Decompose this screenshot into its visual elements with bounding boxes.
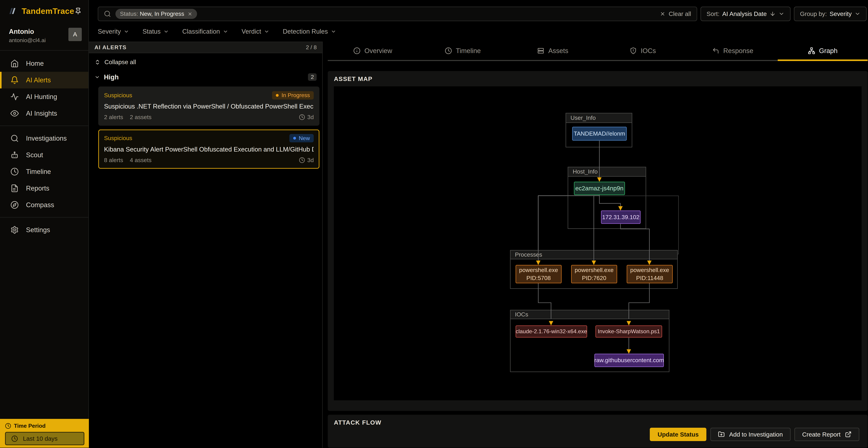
external-link-icon [845,431,851,438]
nav-divider [0,217,88,217]
nav-divider [0,126,88,126]
sort-select[interactable]: Sort: AI Analysis Date [701,7,790,21]
status-dot [276,94,279,97]
filter-verdict[interactable]: Verdict [242,28,270,35]
alerts-panel-title: AI ALERTS [94,44,127,50]
sidebar: TandemTrace Antonio antonio@cl4.ai A Hom… [0,0,89,448]
collapse-all-button[interactable]: Collapse all [89,56,322,68]
brand-name: TandemTrace [22,6,74,16]
filter-status[interactable]: Status [143,28,169,35]
topbar: Status: New, In Progress Clear all Sort:… [98,7,867,21]
add-to-investigation-button[interactable]: Add to Investigation [710,428,790,441]
status-badge: In Progress [272,91,314,100]
status-badge: New [289,134,314,142]
clock-icon [11,435,18,442]
alerts-panel-header: AI ALERTS 2 / 8 [89,42,322,53]
asset-map-panel: ASSET MAP User_Info Host_Info Processes [328,71,868,411]
create-report-button[interactable]: Create Report [795,428,859,441]
graph-node-process-7620[interactable]: powershell.exePID:7620 [571,265,617,283]
alerts-count: 2 / 8 [306,44,317,50]
group-count-badge: 2 [308,73,317,81]
filter-classification[interactable]: Classification [182,28,228,35]
tab-graph[interactable]: Graph [778,42,868,60]
body: AI ALERTS 2 / 8 Collapse all High 2 Susp… [89,42,868,448]
sidebar-item-reports[interactable]: Reports [0,180,88,197]
alert-card[interactable]: Suspicious In Progress Suspicious .NET R… [98,87,319,126]
sidebar-item-ai-hunting[interactable]: AI Hunting [0,89,88,105]
alert-age: 3d [299,157,314,164]
content: Status: New, In Progress Clear all Sort:… [89,0,868,448]
chevron-down-icon [855,11,861,17]
clock-icon [299,157,305,163]
filter-row: Severity Status Classification Verdict D… [98,26,865,38]
sidebar-item-settings[interactable]: Settings [0,221,88,238]
pin-sidebar-button[interactable] [74,7,82,15]
chevron-down-icon [778,11,784,17]
status-dot [293,137,296,140]
asset-map-graph[interactable]: User_Info Host_Info Processes IOCs [334,87,862,400]
graph-node-ioc-domain[interactable]: raw.githubusercontent.com [594,354,664,367]
sidebar-item-compass[interactable]: Compass [0,197,88,213]
action-bar: Update Status Add to Investigation Creat… [650,428,859,441]
chevron-down-icon [94,74,100,80]
app-root: TandemTrace Antonio antonio@cl4.ai A Hom… [0,0,868,448]
graph-node-user[interactable]: TANDEMAD//elonm [572,127,627,141]
brand-header: TandemTrace [0,0,88,22]
sidebar-item-ai-alerts[interactable]: AI Alerts [0,72,88,89]
alert-title: Suspicious .NET Reflection via PowerShel… [104,103,314,110]
sidebar-item-timeline[interactable]: Timeline [0,163,88,180]
group-by-select[interactable]: Group by: Severity [794,7,867,21]
tab-response[interactable]: Response [688,42,778,60]
time-period-label: Time Period [5,423,85,429]
tab-overview[interactable]: Overview [328,42,418,60]
chevrons-up-down-icon [94,59,100,65]
search-input[interactable]: Status: New, In Progress Clear all [98,7,697,21]
chip-close-icon[interactable] [187,11,192,16]
tab-timeline[interactable]: Timeline [418,42,507,60]
sidebar-item-scout[interactable]: Scout [0,147,88,163]
x-icon [660,11,665,16]
attack-flow-title: ATTACK FLOW [328,415,868,429]
graph-node-process-11448[interactable]: powershell.exePID:11448 [627,265,673,283]
tab-assets[interactable]: Assets [508,42,598,60]
sidebar-item-investigations[interactable]: Investigations [0,130,88,147]
tab-iocs[interactable]: IOCs [598,42,688,60]
alert-card-selected[interactable]: Suspicious New Kibana Security Alert Pow… [98,130,319,169]
clear-all-button[interactable]: Clear all [660,10,691,18]
folder-plus-icon [718,431,724,438]
filter-detection-rules[interactable]: Detection Rules [283,28,336,35]
alerts-panel: AI ALERTS 2 / 8 Collapse all High 2 Susp… [89,42,323,448]
update-status-button[interactable]: Update Status [650,428,706,441]
sidebar-nav: Home AI Alerts AI Hunting AI Insights In… [0,50,88,238]
user-block: Antonio antonio@cl4.ai A [0,22,88,50]
time-period-panel: Time Period Last 10 days [0,419,89,448]
alert-meta: 2 alerts 2 assets 3d [104,114,314,120]
graph-node-ioc-script[interactable]: Invoke-SharpWatson.ps1 [595,325,662,338]
sidebar-item-home[interactable]: Home [0,55,88,72]
time-period-button[interactable]: Last 10 days [5,432,85,445]
filter-severity[interactable]: Severity [98,28,129,35]
classification-label: Suspicious [104,92,132,99]
severity-group-high[interactable]: High 2 [89,72,322,83]
alert-detail-panel: Overview Timeline Assets IOCs Response G… [328,42,868,448]
graph-node-ip[interactable]: 172.31.39.102 [601,210,641,224]
search-icon [104,10,111,18]
brand-logo-icon [9,7,18,15]
clock-icon [299,114,305,120]
graph-node-host[interactable]: ec2amaz-js4np9n [574,182,625,195]
alert-age: 3d [299,114,314,120]
tab-bar: Overview Timeline Assets IOCs Response G… [328,42,868,61]
avatar[interactable]: A [68,28,82,41]
sidebar-item-ai-insights[interactable]: AI Insights [0,105,88,122]
asset-map-title: ASSET MAP [328,71,868,86]
alert-meta: 8 alerts 4 assets 3d [104,157,314,164]
arrow-down-icon [770,11,776,17]
graph-node-ioc-file[interactable]: claude-2.1.76-win32-x64.exe [516,325,587,338]
alert-title: Kibana Security Alert PowerShell Obfusca… [104,146,314,153]
filter-chip-status[interactable]: Status: New, In Progress [116,9,197,19]
graph-node-process-5708[interactable]: powershell.exePID:5708 [516,265,562,283]
classification-label: Suspicious [104,135,132,141]
